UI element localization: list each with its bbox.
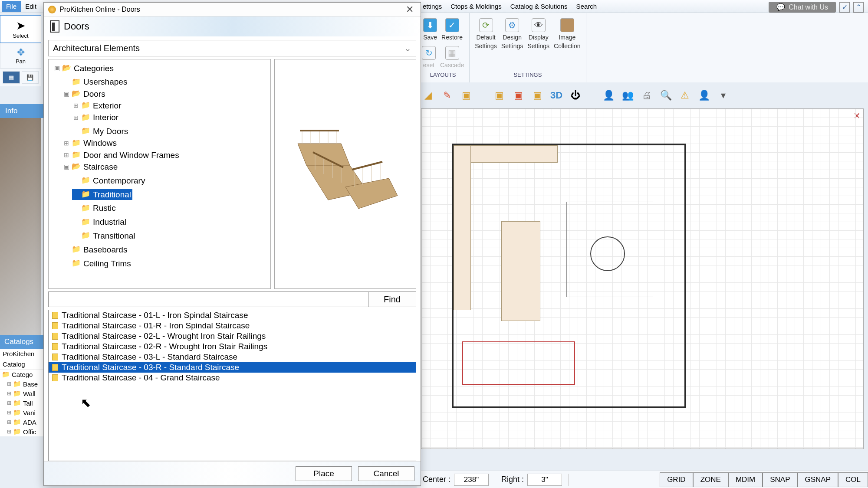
zone-button[interactable]: ZONE [693, 472, 728, 487]
mdim-button[interactable]: MDIM [728, 472, 763, 487]
folder-open-icon: 📂 [72, 89, 81, 99]
design-settings-button[interactable]: ⚙DesignSettings [501, 18, 523, 49]
tree-baseboards[interactable]: 📁Baseboards [62, 244, 128, 255]
left-toolbox: ➤ Select ✥ Pan ▦ 💾 [0, 15, 41, 86]
catalog-list: ProKitchen Catalog 📁Catego ⊞📁Base⊞📁Wall⊞… [0, 349, 43, 436]
category-tree[interactable]: ▣📂Categories 📁Usershapes ▣📂Doors ⊞📁Exter… [48, 59, 271, 289]
canvas[interactable]: ✕ [421, 108, 864, 449]
tree-windows[interactable]: ⊞📁Windows [62, 138, 118, 149]
chat-button[interactable]: 💬 Chat with Us [769, 2, 836, 13]
left-cat-item[interactable]: ⊞📁Wall [0, 389, 43, 398]
tree-traditional[interactable]: 📁Traditional [72, 189, 132, 200]
result-item[interactable]: Traditional Staircase - 01-L - Iron Spin… [49, 310, 416, 321]
cat-categories[interactable]: 📁Catego [0, 370, 43, 379]
menu-ctops[interactable]: Ctops & Moldings [446, 1, 506, 12]
result-item[interactable]: Traditional Staircase - 03-R - Standard … [49, 362, 416, 373]
tree-industrial[interactable]: 📁Industrial [72, 216, 128, 228]
find-button[interactable]: Find [368, 291, 416, 307]
result-item[interactable]: Traditional Staircase - 02-L - Wrought I… [49, 331, 416, 341]
image-collection-button[interactable]: ImageCollection [554, 18, 580, 49]
user-green-icon[interactable]: 👤 [697, 88, 711, 102]
tree-transitional[interactable]: 📁Transitional [72, 230, 137, 242]
round-table [590, 236, 625, 271]
gsnap-button[interactable]: GSNAP [798, 472, 838, 487]
dialog-close-icon[interactable]: ✕ [403, 4, 416, 15]
tree-categories[interactable]: ▣📂Categories [53, 63, 115, 74]
reset-button[interactable]: ↻eset [422, 46, 436, 69]
staircase-placement[interactable] [462, 341, 575, 385]
cancel-button[interactable]: Cancel [358, 466, 414, 481]
save-button[interactable]: ⬇Save [423, 18, 437, 41]
box-icon[interactable]: ▣ [459, 88, 473, 102]
catalog-catalog[interactable]: Catalog [0, 359, 43, 370]
save-disk[interactable]: 💾 [22, 71, 39, 84]
snap-button[interactable]: SNAP [763, 472, 797, 487]
person2-icon[interactable]: 👥 [621, 88, 635, 102]
warning-icon[interactable]: ⚠ [678, 88, 692, 102]
cascade-button[interactable]: ▦Cascade [440, 46, 464, 69]
catalog-prokitchen[interactable]: ProKitchen [0, 349, 43, 359]
tree-staircase[interactable]: ▣📂Staircase [62, 161, 119, 173]
restore-button[interactable]: ✓Restore [441, 18, 463, 41]
search-input[interactable] [48, 291, 368, 307]
menu-search[interactable]: Search [572, 1, 602, 12]
layers-icon[interactable]: ◢ [421, 88, 435, 102]
left-cat-item[interactable]: ⊞📁Vani [0, 408, 43, 417]
dropdown-icon[interactable]: ▾ [716, 88, 730, 102]
dialog-titlebar[interactable]: ProKitchen Online - Doors ✕ [44, 3, 421, 16]
tree-frames-label: Door and Window Frames [83, 150, 179, 161]
display-settings-button[interactable]: 👁DisplaySettings [527, 18, 549, 49]
menu-file[interactable]: File [2, 1, 21, 12]
folder-icon: 📁 [81, 231, 90, 241]
left-cat-item[interactable]: ⊞📁Base [0, 379, 43, 389]
tree-ceiling[interactable]: 📁Ceiling Trims [62, 258, 132, 269]
edit-layer-icon[interactable]: ✎ [440, 88, 454, 102]
col-button[interactable]: COL [838, 472, 868, 487]
dialog-title: Doors [64, 21, 89, 32]
pan-icon: ✥ [17, 47, 25, 58]
result-item[interactable]: Traditional Staircase - 02-R - Wrought I… [49, 341, 416, 352]
print-icon[interactable]: 🖨 [640, 88, 654, 102]
box2-icon[interactable]: ▣ [492, 88, 506, 102]
menu-settings-partial[interactable]: ettings [418, 1, 446, 12]
result-item[interactable]: Traditional Staircase - 03-L - Standard … [49, 352, 416, 362]
tree-contemporary[interactable]: 📁Contemporary [72, 175, 146, 187]
result-label: Traditional Staircase - 01-R - Iron Spin… [62, 321, 250, 331]
right-input[interactable] [527, 474, 562, 486]
menu-edit[interactable]: Edit [21, 1, 41, 12]
tree-exterior[interactable]: ⊞📁Exterior [72, 100, 122, 111]
menu-catalog[interactable]: Catalog & Solutions [506, 1, 572, 12]
result-list[interactable]: Traditional Staircase - 01-L - Iron Spin… [48, 310, 416, 461]
grid-toggle[interactable]: ▦ [3, 71, 20, 84]
zoom-icon[interactable]: 🔍 [659, 88, 673, 102]
tree-usershapes[interactable]: 📁Usershapes [62, 76, 128, 88]
center-input[interactable] [454, 474, 489, 486]
tree-staircase-label: Staircase [83, 161, 118, 173]
tree-rustic[interactable]: 📁Rustic [72, 203, 117, 214]
collapse-icon[interactable]: ⌃ [853, 2, 864, 13]
tree-frames[interactable]: ⊞📁Door and Window Frames [62, 150, 181, 161]
left-cat-item[interactable]: ⊞📁Offic [0, 427, 43, 436]
3d-icon[interactable]: 3D [549, 88, 563, 102]
left-cat-item[interactable]: ⊞📁Tall [0, 398, 43, 408]
display-label1: Display [529, 34, 549, 41]
box-del-icon[interactable]: ▣ [511, 88, 525, 102]
grid-button[interactable]: GRID [660, 472, 693, 487]
select-tool[interactable]: ➤ Select [0, 15, 41, 43]
tree-interior[interactable]: ⊞📁Interior [72, 112, 120, 123]
result-item[interactable]: Traditional Staircase - 01-R - Iron Spin… [49, 321, 416, 331]
check-icon[interactable]: ✓ [839, 2, 850, 13]
result-item[interactable]: Traditional Staircase - 04 - Grand Stair… [49, 373, 416, 383]
person1-icon[interactable]: 👤 [602, 88, 615, 102]
box-check-icon[interactable]: ▣ [530, 88, 544, 102]
place-button[interactable]: Place [296, 466, 352, 481]
catalogs-tab[interactable]: Catalogs [0, 335, 43, 349]
left-cat-item[interactable]: ⊞📁ADA [0, 417, 43, 427]
info-tab[interactable]: Info [0, 104, 43, 118]
tree-mydoors[interactable]: 📁My Doors [72, 126, 129, 137]
default-settings-button[interactable]: ⟳DefaultSettings [475, 18, 497, 49]
tree-doors[interactable]: ▣📂Doors [62, 88, 107, 100]
toggle-icon[interactable]: ⏻ [569, 88, 582, 102]
category-dropdown[interactable]: Architectural Elements ⌄ [48, 40, 416, 56]
pan-tool[interactable]: ✥ Pan [0, 43, 41, 69]
